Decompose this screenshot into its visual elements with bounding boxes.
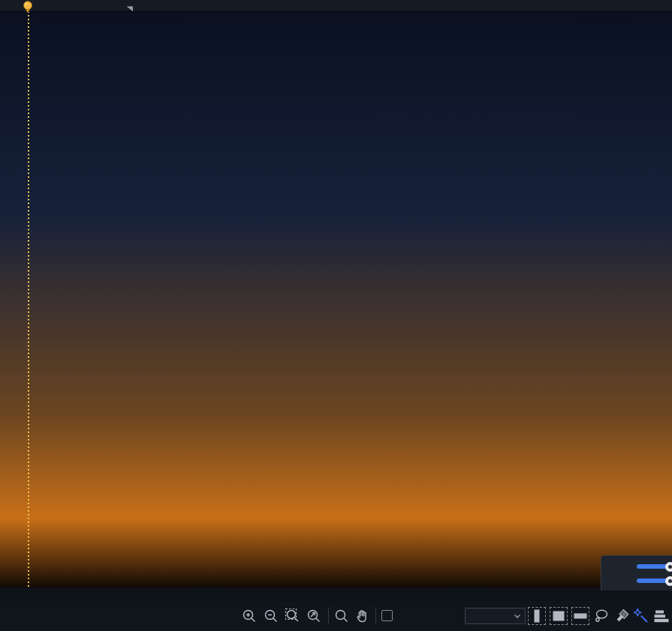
hand-icon xyxy=(354,608,370,624)
gray-triangle-marker[interactable] xyxy=(127,7,134,12)
time-ruler[interactable] xyxy=(0,0,672,12)
lasso-tool-button[interactable] xyxy=(593,608,610,624)
timeline-axis[interactable] xyxy=(0,587,672,601)
freq-zoom-slider[interactable] xyxy=(637,576,671,586)
playhead-marker[interactable] xyxy=(23,2,32,13)
magic-wand-icon xyxy=(633,608,649,624)
display-levels-menu-button[interactable] xyxy=(652,608,669,624)
zoom-in-icon xyxy=(241,608,258,624)
zoom-reset-button[interactable] xyxy=(306,608,322,624)
area-selection-button[interactable] xyxy=(550,607,568,625)
zoom-to-selection-icon xyxy=(285,608,301,624)
chevron-down-icon xyxy=(514,614,521,619)
lasso-icon xyxy=(593,608,610,624)
freq-zoom-knob[interactable] xyxy=(665,576,672,586)
magnifier-icon xyxy=(333,608,350,624)
magic-wand-tool-button[interactable] xyxy=(633,608,649,624)
area-selection-icon xyxy=(550,608,567,624)
brush-tool-button[interactable] xyxy=(613,608,630,624)
playhead-line[interactable] xyxy=(28,11,29,588)
toolbar-separator xyxy=(328,608,329,624)
process-mode-dropdown[interactable] xyxy=(465,608,526,624)
bottom-toolbar xyxy=(0,601,672,631)
ruler-markers xyxy=(0,0,150,14)
zoom-hud-panel xyxy=(601,555,672,590)
time-zoom-knob[interactable] xyxy=(665,562,672,572)
zoom-in-button[interactable] xyxy=(241,608,258,624)
spectral-editor-window: { "ruler": { "playhead_marker": "yellow-… xyxy=(0,0,672,631)
magnifier-tool-button[interactable] xyxy=(333,608,350,624)
zoom-out-icon xyxy=(263,608,279,624)
zoom-out-button[interactable] xyxy=(263,608,279,624)
levels-menu-icon xyxy=(652,608,669,624)
hand-tool-button[interactable] xyxy=(354,608,370,624)
time-range-selection-button[interactable] xyxy=(528,607,546,625)
harmonic-selection-overlay[interactable] xyxy=(0,11,672,587)
time-zoom-slider[interactable] xyxy=(637,562,671,572)
toolbar-separator xyxy=(375,608,376,624)
frequency-range-selection-button[interactable] xyxy=(571,607,589,625)
frequency-range-selection-icon xyxy=(572,608,589,624)
time-range-selection-icon xyxy=(529,608,545,624)
instant-process-checkbox[interactable] xyxy=(381,610,393,621)
zoom-to-selection-button[interactable] xyxy=(285,608,301,624)
brush-icon xyxy=(613,608,630,624)
zoom-reset-icon xyxy=(306,608,322,624)
